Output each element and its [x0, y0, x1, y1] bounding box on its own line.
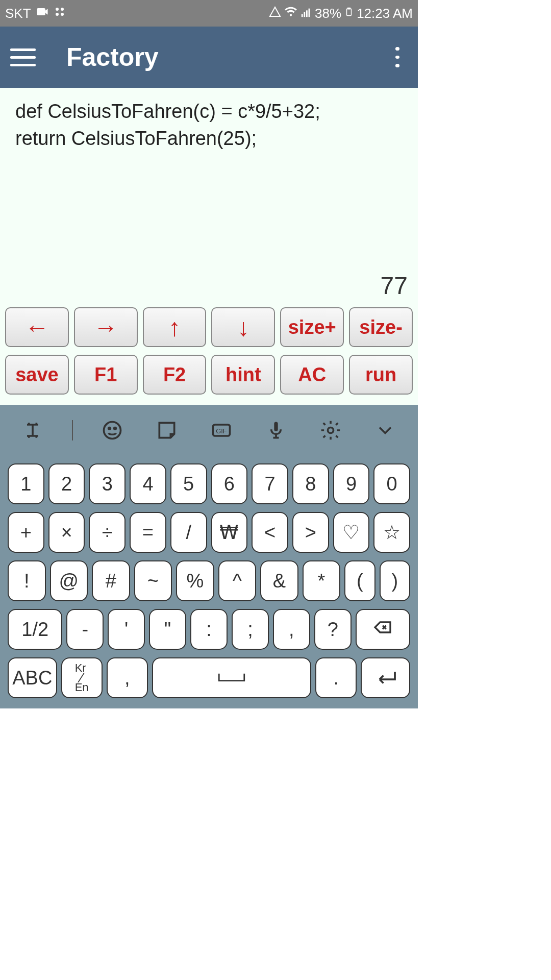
key-lessthan[interactable]: <: [252, 512, 288, 553]
hint-button[interactable]: hint: [211, 355, 275, 395]
key-greaterthan[interactable]: >: [292, 512, 329, 553]
code-editor[interactable]: def CelsiusToFahren(c) = c*9/5+32; retur…: [0, 88, 418, 305]
carrier-label: SKT: [5, 6, 31, 21]
key-plus[interactable]: +: [8, 512, 44, 553]
key-8[interactable]: 8: [292, 463, 329, 504]
key-slash[interactable]: /: [170, 512, 207, 553]
arrow-down-button[interactable]: ↓: [211, 307, 275, 347]
code-line-1: def CelsiusToFahren(c) = c*9/5+32;: [15, 98, 403, 125]
text-tool-icon[interactable]: [17, 415, 48, 446]
key-space[interactable]: [152, 657, 312, 698]
size-plus-button[interactable]: size+: [280, 307, 344, 347]
key-hash[interactable]: #: [92, 560, 130, 601]
key-asterisk[interactable]: *: [303, 560, 341, 601]
keyboard-row-2: + × ÷ = / ₩ < > ♡ ☆: [8, 512, 410, 553]
battery-icon: [344, 5, 354, 22]
key-4[interactable]: 4: [130, 463, 166, 504]
app-bar: Factory: [0, 27, 418, 88]
svg-rect-10: [348, 8, 350, 9]
key-question[interactable]: ?: [314, 609, 352, 650]
size-minus-button[interactable]: size-: [349, 307, 413, 347]
key-minus[interactable]: -: [66, 609, 104, 650]
hamburger-menu-button[interactable]: [10, 44, 36, 70]
key-3[interactable]: 3: [89, 463, 126, 504]
key-abc[interactable]: ABC: [8, 657, 57, 698]
result-value: 77: [381, 272, 408, 300]
key-multiply[interactable]: ×: [48, 512, 85, 553]
keyboard-row-1: 1 2 3 4 5 6 7 8 9 0: [8, 463, 410, 504]
apps-icon: [54, 6, 66, 21]
key-comma-bottom[interactable]: ,: [107, 657, 148, 698]
status-right: 38% 12:23 AM: [269, 5, 413, 22]
key-divide[interactable]: ÷: [89, 512, 126, 553]
save-button[interactable]: save: [5, 355, 69, 395]
key-1[interactable]: 1: [8, 463, 44, 504]
battery-percent: 38%: [315, 6, 341, 21]
svg-rect-16: [274, 422, 278, 431]
gear-icon[interactable]: [315, 415, 346, 446]
signal-icon: [300, 6, 312, 21]
status-left: SKT: [5, 5, 66, 22]
emoji-icon[interactable]: [97, 415, 128, 446]
overflow-menu-button[interactable]: [387, 47, 408, 67]
key-heart[interactable]: ♡: [333, 512, 370, 553]
key-at[interactable]: @: [50, 560, 88, 601]
key-6[interactable]: 6: [211, 463, 248, 504]
key-2[interactable]: 2: [48, 463, 85, 504]
fn-row-2: save F1 F2 hint AC run: [3, 355, 415, 395]
run-button[interactable]: run: [349, 355, 413, 395]
f2-button[interactable]: F2: [143, 355, 207, 395]
key-enter[interactable]: [361, 657, 410, 698]
gif-icon[interactable]: GIF: [206, 415, 237, 446]
svg-rect-0: [37, 8, 45, 15]
key-period[interactable]: .: [315, 657, 357, 698]
arrow-right-button[interactable]: →: [74, 307, 138, 347]
key-equals[interactable]: =: [130, 512, 166, 553]
arrow-left-button[interactable]: ←: [5, 307, 69, 347]
fn-row-1: ← → ↑ ↓ size+ size-: [3, 307, 415, 347]
backspace-icon: [372, 617, 393, 642]
key-symbol-page[interactable]: 1/2: [8, 609, 62, 650]
function-button-panel: ← → ↑ ↓ size+ size- save F1 F2 hint AC r…: [0, 305, 418, 405]
keyboard-row-4: 1/2 - ' " : ; , ?: [8, 609, 410, 650]
arrow-up-button[interactable]: ↑: [143, 307, 207, 347]
svg-text:GIF: GIF: [216, 427, 227, 435]
svg-point-17: [328, 428, 334, 433]
keyboard-row-3: ! @ # ~ % ^ & * ( ): [8, 560, 410, 601]
key-star[interactable]: ☆: [373, 512, 410, 553]
microphone-icon[interactable]: [261, 415, 291, 446]
svg-point-11: [104, 422, 120, 439]
key-comma[interactable]: ,: [273, 609, 310, 650]
key-percent[interactable]: %: [176, 560, 214, 601]
svg-point-4: [61, 13, 64, 16]
code-line-3: return CelsiusToFahren(25);: [15, 125, 403, 152]
key-caret[interactable]: ^: [218, 560, 257, 601]
chevron-down-icon[interactable]: [370, 415, 400, 446]
key-5[interactable]: 5: [170, 463, 207, 504]
key-language[interactable]: Kr ⁄ En: [61, 657, 103, 698]
key-apostrophe[interactable]: ': [108, 609, 145, 650]
key-exclaim[interactable]: !: [8, 560, 46, 601]
key-quote[interactable]: ": [149, 609, 186, 650]
key-rparen[interactable]: ): [380, 560, 410, 601]
svg-point-12: [108, 428, 110, 430]
key-colon[interactable]: :: [190, 609, 228, 650]
key-tilde[interactable]: ~: [134, 560, 172, 601]
ac-button[interactable]: AC: [280, 355, 344, 395]
f1-button[interactable]: F1: [74, 355, 138, 395]
svg-rect-7: [306, 10, 308, 17]
key-won[interactable]: ₩: [211, 512, 248, 553]
key-7[interactable]: 7: [252, 463, 288, 504]
key-backspace[interactable]: [356, 609, 410, 650]
key-0[interactable]: 0: [373, 463, 410, 504]
key-lparen[interactable]: (: [344, 560, 375, 601]
wifi-icon: [284, 5, 297, 22]
key-ampersand[interactable]: &: [260, 560, 298, 601]
svg-rect-6: [304, 12, 306, 17]
svg-rect-5: [302, 14, 303, 16]
svg-point-13: [114, 428, 116, 430]
sticker-icon[interactable]: [152, 415, 182, 446]
key-semicolon[interactable]: ;: [232, 609, 269, 650]
key-9[interactable]: 9: [333, 463, 370, 504]
keyboard-toolbar: GIF: [0, 405, 418, 456]
